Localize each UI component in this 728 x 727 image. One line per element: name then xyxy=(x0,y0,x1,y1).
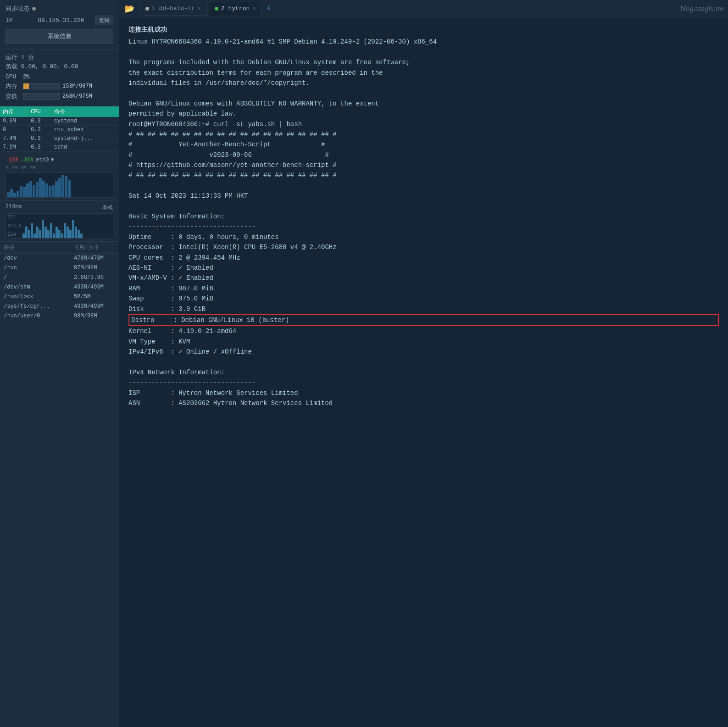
terminal-line: Disk : 3.9 GiB xyxy=(128,304,719,314)
ping-bar-item xyxy=(67,227,69,238)
terminal-line: CPU cores : 2 @ 2394.454 MHz xyxy=(128,253,719,263)
terminal-line xyxy=(128,357,719,367)
terminal-divider-line: --------------------------------- xyxy=(128,222,719,232)
tab1-close[interactable]: ✕ xyxy=(198,5,201,12)
cpu-label: CPU xyxy=(6,73,20,80)
terminal-line: Debian GNU/Linux comes with ABSOLUTELY N… xyxy=(128,99,719,109)
ping-bar-item xyxy=(28,230,30,238)
tab-2[interactable]: 2 hytron ✕ xyxy=(209,2,262,16)
proc-cmd: systemd xyxy=(51,117,119,126)
disk-path: /run/lock xyxy=(0,292,70,302)
swap-bar-container xyxy=(23,93,60,100)
brand: blog.tanglu.me xyxy=(680,5,724,13)
proc-header-cmd: 命令 xyxy=(51,106,119,117)
ping-bar-item xyxy=(42,220,44,238)
terminal-line: # ## ## ## ## ## ## ## ## ## ## ## ## ##… xyxy=(128,170,719,180)
disk-path: /sys/fs/cgr... xyxy=(0,302,70,311)
proc-cpu: 0.3 xyxy=(28,126,51,134)
terminal-line xyxy=(128,88,719,98)
terminal-line: Basic System Information: xyxy=(128,211,719,222)
net-bar-item xyxy=(13,193,16,197)
terminal-line: IPv4/IPv6 : ✓ Online / ✗Offline xyxy=(128,347,719,357)
net-down: ↓30K xyxy=(21,157,34,163)
disk-table: 路径 可用/大小 /dev 478M/478M /run 97M/98M / 2… xyxy=(0,242,119,321)
process-row: 0 0.3 rcu_sched xyxy=(0,126,119,134)
net-bar-item xyxy=(39,178,42,197)
ping-bar-item xyxy=(39,230,41,238)
ping-label-1: 221 xyxy=(8,215,22,220)
net-bar-item xyxy=(17,191,19,197)
disk-header-size: 可用/大小 xyxy=(70,242,119,254)
ping-header: 216ms 本机 xyxy=(6,204,113,211)
tab2-close[interactable]: ✕ xyxy=(252,5,256,12)
main-content: 📂 1 dd-batu-tr ✕ 2 hytron ✕ + blog.tangl… xyxy=(119,0,728,727)
load: 负载 0.00, 0.00, 0.00 xyxy=(6,62,113,71)
disk-path: /run xyxy=(0,263,70,273)
net-bar-item xyxy=(20,186,22,197)
swap-val: 268K/975M xyxy=(62,93,92,100)
mem-bar xyxy=(23,83,29,89)
tab-1[interactable]: 1 dd-batu-tr ✕ xyxy=(139,2,207,16)
ping-bar-item xyxy=(58,230,61,238)
swap-stat-row: 交换 268K/975M xyxy=(6,92,113,100)
ip-value: 89.185.31.226 xyxy=(38,17,84,24)
add-tab-button[interactable]: + xyxy=(264,4,274,13)
terminal-line xyxy=(128,47,719,57)
copy-button[interactable]: 复制 xyxy=(95,16,113,25)
sync-dot xyxy=(32,7,36,11)
disk-path: /dev xyxy=(0,254,70,263)
terminal-line: ASN : AS202662 Hytron Network Services L… xyxy=(128,398,719,408)
tab-bar: 📂 1 dd-batu-tr ✕ 2 hytron ✕ + blog.tangl… xyxy=(119,0,728,17)
ping-bar-item xyxy=(75,227,77,238)
net-bar-item xyxy=(58,178,61,197)
mem-label: 内存 xyxy=(6,82,20,90)
ping-label-3: 214 xyxy=(8,232,22,237)
sync-status: 同步状态 xyxy=(6,5,113,13)
process-row: 9.6M 0.3 systemd xyxy=(0,117,119,126)
run-time: 运行 1 分 xyxy=(6,53,113,61)
terminal-line: Kernel : 4.19.0-21-amd64 xyxy=(128,326,719,336)
process-row: 7.4M 0.3 systemd-j... xyxy=(0,134,119,143)
ping-bar-item xyxy=(31,223,33,238)
net-bar-item xyxy=(29,181,32,197)
disk-size: 493M/493M xyxy=(70,283,119,292)
net-bar-item xyxy=(10,189,13,197)
terminal-line: VM-x/AMD-V : ✓ Enabled xyxy=(128,273,719,283)
proc-cpu: 0.3 xyxy=(28,134,51,143)
ping-label-2: 217.5 xyxy=(8,223,22,228)
terminal-divider-line: --------------------------------- xyxy=(128,377,719,388)
ping-label: 本机 xyxy=(102,204,113,211)
ping-bar-item xyxy=(56,227,58,238)
sidebar-top: 同步状态 IP 89.185.31.226 复制 系统信息 xyxy=(0,0,119,50)
terminal-line: Linux HYTRON6684360 4.19.0-21-amd64 #1 S… xyxy=(128,37,719,47)
ping-bar-item xyxy=(61,233,63,238)
ping-bar-item xyxy=(36,227,39,238)
sys-info-button[interactable]: 系统信息 xyxy=(6,29,113,44)
net-dropdown-icon[interactable]: ▼ xyxy=(50,157,54,163)
tab2-dot xyxy=(215,7,218,11)
net-label-1: 5.7M xyxy=(6,165,17,171)
ping-chart: 221 217.5 214 xyxy=(6,213,113,239)
net-bar-item xyxy=(7,192,10,197)
folder-icon[interactable]: 📂 xyxy=(123,2,136,15)
net-up: ↑10K xyxy=(6,157,19,163)
terminal-line: # https://github.com/masonr/yet-another-… xyxy=(128,160,719,170)
terminal-line: # Yet-Another-Bench-Script # xyxy=(128,139,719,150)
terminal[interactable]: 连接主机成功Linux HYTRON6684360 4.19.0-21-amd6… xyxy=(119,17,728,727)
process-section: 内存 CPU 命令 9.6M 0.3 systemd 0 0.3 rcu_sch… xyxy=(0,106,119,154)
proc-cpu: 0.3 xyxy=(28,117,51,126)
sync-label: 同步状态 xyxy=(6,5,29,13)
proc-cmd: systemd-j... xyxy=(51,134,119,143)
terminal-line: VM Type : KVM xyxy=(128,337,719,347)
proc-cmd: rcu_sched xyxy=(51,126,119,134)
terminal-line: Swap : 975.0 MiB xyxy=(128,294,719,304)
swap-label: 交换 xyxy=(6,92,20,100)
tab2-label: 2 hytron xyxy=(221,5,250,12)
disk-size: 97M/98M xyxy=(70,263,119,273)
disk-row: /dev/shm 493M/493M xyxy=(0,283,119,292)
disk-size: 5M/5M xyxy=(70,292,119,302)
net-label-3: 2M xyxy=(29,165,35,171)
terminal-line: Uptime : 0 days, 0 hours, 0 minutes xyxy=(128,232,719,242)
net-label-2: 4M xyxy=(20,165,26,171)
proc-mem: 7.9M xyxy=(0,143,28,152)
